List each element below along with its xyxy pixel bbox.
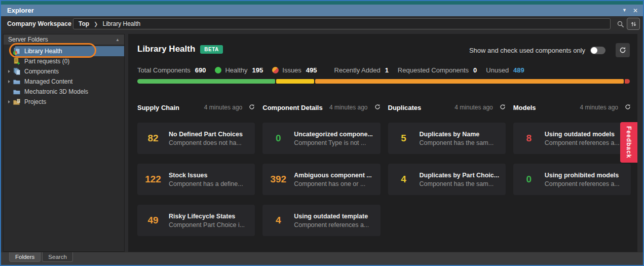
- workspace-selector[interactable]: Company Workspace ▼: [7, 16, 79, 31]
- stat-value: 690: [195, 66, 206, 74]
- card-description: Component has the sam...: [420, 180, 503, 187]
- breadcrumb-path[interactable]: Top ❯ Library Health: [73, 18, 611, 29]
- window-title: Explorer: [7, 7, 34, 14]
- card-description: Component has a define...: [169, 180, 252, 187]
- column-models: Models 4 minutes ago 8 Using outdated mo…: [513, 101, 631, 236]
- used-components-toggle-label: Show and check used components only: [469, 47, 585, 54]
- column-title: Models: [513, 104, 536, 111]
- card-count: 5: [388, 133, 420, 144]
- card-description: Component Part Choice i...: [169, 221, 252, 229]
- expand-arrow-icon[interactable]: [8, 100, 10, 103]
- column-duplicates: Duplicates 4 minutes ago 5 Duplicates by…: [388, 101, 506, 236]
- refresh-icon: [619, 47, 626, 54]
- column-title: Supply Chain: [137, 104, 179, 111]
- card-title: Using outdated template: [294, 213, 377, 220]
- card-no-defined-part-choices[interactable]: 82 No Defined Part Choices Component doe…: [137, 123, 255, 154]
- card-count: 4: [262, 215, 294, 226]
- stat-total-components: Total Components 690: [137, 66, 206, 74]
- card-title: Risky Lifecycle States: [169, 213, 252, 220]
- sidebar-item-managed-content[interactable]: Managed Content: [4, 77, 124, 87]
- stat-label: Healthy: [225, 66, 247, 74]
- collapse-arrow-icon[interactable]: ▲: [116, 37, 120, 42]
- stat-value[interactable]: 489: [513, 66, 524, 74]
- search-icon[interactable]: [616, 19, 625, 28]
- card-count: 8: [513, 133, 545, 144]
- part-requests-icon: [13, 57, 21, 65]
- column-updated-timestamp: 4 minutes ago: [580, 104, 618, 111]
- stat-label: Issues: [282, 66, 301, 74]
- card-ambiguous-component[interactable]: 392 Ambiguous component ... Component ha…: [262, 164, 380, 195]
- swap-vertical-icon: [630, 21, 637, 27]
- card-title: Ambiguous component ...: [294, 172, 377, 179]
- stat-requested-components: Requested Components 0: [398, 66, 477, 74]
- card-description: Component has the sam...: [420, 139, 503, 146]
- refresh-icon[interactable]: [500, 103, 506, 112]
- card-using-outdated-models[interactable]: 8 Using outdated models Component refere…: [513, 123, 631, 154]
- sidebar-item-part-requests-0[interactable]: Part requests (0): [4, 56, 124, 66]
- stat-healthy: Healthy 195: [215, 66, 263, 74]
- beta-badge: BETA: [200, 45, 222, 54]
- card-duplicates-by-name[interactable]: 5 Duplicates by Name Component has the s…: [388, 123, 506, 154]
- card-count: 0: [262, 133, 294, 144]
- page-title: Library Health: [137, 44, 195, 54]
- card-duplicates-by-part-choic[interactable]: 4 Duplicates by Part Choic... Component …: [388, 164, 506, 195]
- card-count: 392: [262, 174, 294, 185]
- library-health-icon: [13, 47, 21, 55]
- breadcrumb-bar: Company Workspace ▼ Top ❯ Library Health: [1, 16, 643, 31]
- panel-menu-caret-icon[interactable]: ▼: [622, 8, 627, 13]
- refresh-icon[interactable]: [625, 103, 631, 112]
- breadcrumb-current: Library Health: [103, 20, 141, 27]
- health-columns: Supply Chain 4 minutes ago 82 No Defined…: [137, 101, 631, 252]
- panel-tab-folders[interactable]: Folders: [9, 252, 41, 262]
- sidebar-item-mechatronic-3d-models[interactable]: Mechatronic 3D Models: [4, 87, 124, 97]
- refresh-icon[interactable]: [374, 103, 381, 112]
- sidebar-item-library-health[interactable]: Library Health: [4, 46, 124, 56]
- card-count: 122: [137, 174, 169, 185]
- components-icon: [13, 67, 21, 75]
- tree-item-label: Mechatronic 3D Models: [24, 88, 88, 95]
- expand-arrow-icon[interactable]: [8, 70, 10, 73]
- feedback-tab[interactable]: Feedback: [620, 122, 637, 163]
- card-description: Component does not ha...: [169, 139, 252, 146]
- breadcrumb-chevron-icon: ❯: [94, 21, 98, 27]
- close-icon[interactable]: ✕: [633, 8, 638, 14]
- card-uncategorized-compone[interactable]: 0 Uncategorized compone... Component Typ…: [262, 123, 380, 154]
- sidebar-item-components[interactable]: Components: [4, 66, 124, 77]
- card-risky-lifecycle-states[interactable]: 49 Risky Lifecycle States Component Part…: [137, 205, 255, 236]
- card-title: Stock Issues: [169, 172, 252, 179]
- sidebar-item-projects[interactable]: Projects: [4, 97, 124, 107]
- card-using-outdated-template[interactable]: 4 Using outdated template Component refe…: [262, 205, 380, 236]
- toggle-knob: [591, 47, 597, 54]
- card-description: Component references a...: [545, 139, 628, 146]
- card-stock-issues[interactable]: 122 Stock Issues Component has a define.…: [137, 164, 255, 195]
- card-count: 4: [388, 174, 420, 185]
- stat-value: 195: [252, 66, 263, 74]
- projects-icon: [13, 98, 21, 106]
- expand-arrow-icon[interactable]: [8, 80, 10, 83]
- titlebar: Explorer ▼ ✕: [1, 5, 643, 16]
- card-using-prohibited-models[interactable]: 0 Using prohibited models Component refe…: [513, 164, 631, 195]
- progress-segment-critical: [625, 79, 630, 84]
- card-title: Uncategorized compone...: [294, 131, 377, 138]
- folder-icon: [13, 78, 21, 86]
- progress-segment-warning: [276, 79, 314, 84]
- column-updated-timestamp: 4 minutes ago: [204, 104, 242, 111]
- status-dot-icon: [272, 67, 279, 73]
- tree-item-label: Part requests (0): [24, 58, 69, 65]
- column-title: Component Details: [262, 104, 322, 111]
- stat-label: Recently Added: [334, 66, 381, 74]
- status-dot-icon: [215, 67, 221, 73]
- health-progress-bar: [137, 79, 630, 84]
- breadcrumb-root[interactable]: Top: [79, 20, 89, 27]
- panel-tab-strip: FoldersSearch: [1, 252, 643, 265]
- refresh-icon[interactable]: [249, 103, 255, 112]
- refresh-all-button[interactable]: [616, 43, 630, 57]
- panel-tab-search[interactable]: Search: [42, 252, 72, 262]
- filter-panel-button[interactable]: [627, 18, 640, 30]
- used-components-toggle[interactable]: [590, 47, 605, 54]
- stat-label: Unused: [486, 66, 509, 74]
- column-component-details: Component Details 4 minutes ago 0 Uncate…: [262, 101, 380, 236]
- column-updated-timestamp: 4 minutes ago: [329, 104, 367, 111]
- tree-item-label: Library Health: [24, 48, 62, 55]
- library-health-dashboard: Library Health BETA Show and check used …: [128, 34, 637, 252]
